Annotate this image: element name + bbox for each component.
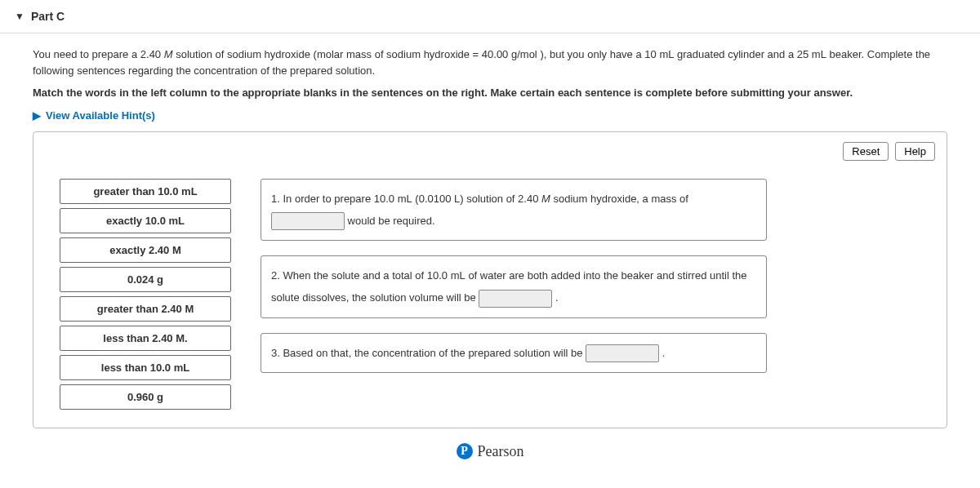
caret-down-icon: ▼ <box>15 11 24 22</box>
intro-paragraph-2: Match the words in the left column to th… <box>33 85 947 101</box>
choice-item[interactable]: 0.024 g <box>60 267 231 292</box>
footer: P Pearson <box>33 428 947 467</box>
caret-right-icon: ▶ <box>33 109 41 122</box>
intro-paragraph-1: You need to prepare a 2.40 M solution of… <box>33 47 947 78</box>
choice-item[interactable]: exactly 2.40 M <box>60 237 231 263</box>
sentence-1: 1. In order to prepare 10.0 mL (0.0100 L… <box>261 179 767 242</box>
view-hints-link[interactable]: ▶ View Available Hint(s) <box>33 109 155 122</box>
help-button[interactable]: Help <box>895 142 935 161</box>
blank-drop-target[interactable] <box>586 344 659 362</box>
hints-label: View Available Hint(s) <box>46 109 155 122</box>
choice-item[interactable]: 0.960 g <box>60 384 231 410</box>
footer-brand: Pearson <box>478 443 524 460</box>
reset-button[interactable]: Reset <box>843 142 889 161</box>
blank-drop-target[interactable] <box>271 212 345 230</box>
part-header[interactable]: ▼ Part C <box>0 0 980 33</box>
sentences-column: 1. In order to prepare 10.0 mL (0.0100 L… <box>261 179 920 410</box>
choice-item[interactable]: exactly 10.0 mL <box>60 208 231 233</box>
content-area: You need to prepare a 2.40 M solution of… <box>0 33 980 480</box>
part-title: Part C <box>31 10 65 23</box>
pearson-logo-icon: P <box>457 443 473 459</box>
matching-panel: Reset Help greater than 10.0 mL exactly … <box>33 131 947 428</box>
sentence-2: 2. When the solute and a total of 10.0 m… <box>261 255 767 318</box>
choice-item[interactable]: less than 10.0 mL <box>60 355 231 380</box>
choice-item[interactable]: less than 2.40 M. <box>60 326 231 351</box>
choice-item[interactable]: greater than 2.40 M <box>60 296 231 322</box>
choice-item[interactable]: greater than 10.0 mL <box>60 179 231 204</box>
choices-column: greater than 10.0 mL exactly 10.0 mL exa… <box>60 179 231 410</box>
blank-drop-target[interactable] <box>479 290 552 308</box>
sentence-3: 3. Based on that, the concentration of t… <box>261 333 767 373</box>
